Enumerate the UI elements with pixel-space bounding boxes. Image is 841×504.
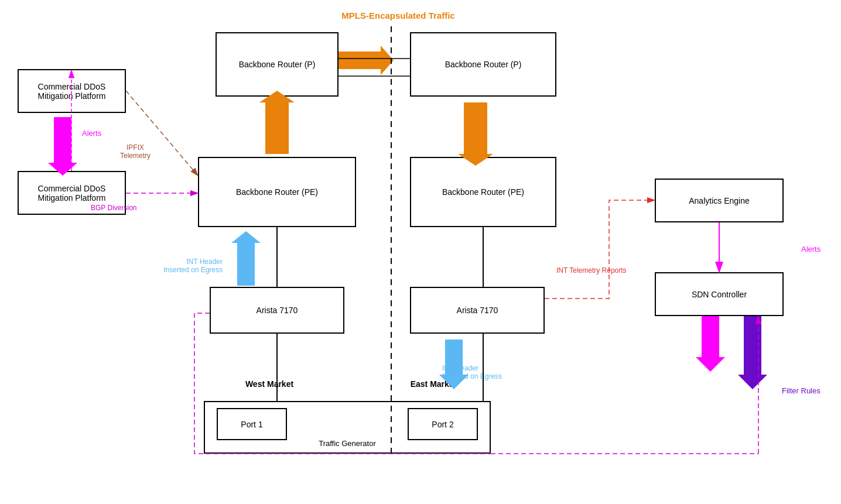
backbone-router-pe-left: Backbone Router (PE) (198, 157, 356, 227)
traffic-generator-container: Port 1 Port 2 Traffic Generator (204, 401, 491, 454)
network-diagram: MPLS-Encapsulated Traffic Backbone Route… (0, 0, 841, 504)
port2-box: Port 2 (408, 408, 478, 440)
int-header-stripped-label: INT Header Stripped on Egress (442, 364, 502, 380)
magenta-arrow-down-left (48, 117, 77, 176)
blue-arrow-up (231, 231, 261, 286)
purple-arrow-down (738, 316, 767, 389)
west-market-label: West Market (234, 379, 305, 389)
port1-box: Port 1 (217, 408, 287, 440)
commercial-ddos-1: Commercial DDoS Mitigation Platform (18, 69, 126, 113)
traffic-generator-label: Traffic Generator (319, 439, 376, 448)
ipfix-telemetry-label: IPFIX Telemetry (120, 143, 151, 160)
sdn-controller: SDN Controller (655, 272, 784, 316)
magenta-arrow-down-right (696, 316, 725, 372)
int-telemetry-reports-label: INT Telemetry Reports (556, 266, 627, 275)
analytics-engine: Analytics Engine (655, 179, 784, 222)
alerts-right-label: Alerts (801, 245, 821, 253)
orange-arrow-up-left (259, 91, 295, 154)
ipfix-telemetry-line (126, 91, 198, 176)
orange-arrow-right (339, 46, 394, 75)
backbone-router-p-right: Backbone Router (P) (410, 32, 556, 97)
backbone-router-p-left: Backbone Router (P) (216, 32, 339, 97)
arista-right: Arista 7170 (410, 287, 545, 334)
alerts-left-label: Alerts (82, 129, 101, 138)
bgp-diversion-label: BGP Diversion (91, 204, 136, 212)
arista-left: Arista 7170 (210, 287, 344, 334)
backbone-router-pe-right: Backbone Router (PE) (410, 157, 556, 227)
orange-arrow-down-right (458, 102, 493, 166)
east-market-label: East Market (398, 379, 469, 389)
filter-rules-label: Filter Rules (782, 386, 821, 395)
mpls-traffic-label: MPLS-Encapsulated Traffic (281, 11, 515, 20)
int-telemetry-line (545, 200, 655, 299)
int-header-inserted-label: INT Header Inserted on Egress (141, 258, 223, 274)
